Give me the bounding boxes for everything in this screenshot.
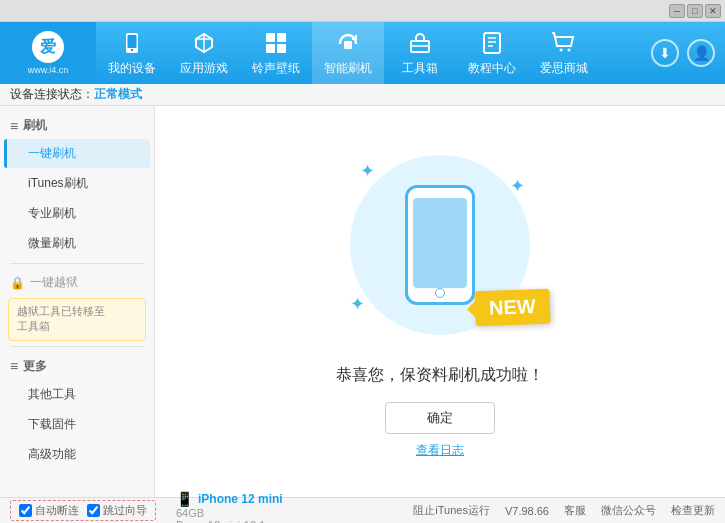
svg-rect-7 xyxy=(266,44,275,53)
nav-label-tutorial: 教程中心 xyxy=(468,60,516,77)
hero-illustration: ✦ ✦ ✦ NEW xyxy=(340,145,540,345)
minimize-button[interactable]: ─ xyxy=(669,4,685,18)
jailbreak-group-header: 🔒 一键越狱 xyxy=(0,269,154,294)
svg-rect-9 xyxy=(344,41,352,49)
svg-point-16 xyxy=(560,49,563,52)
sidebar-item-mini-flash[interactable]: 微量刷机 xyxy=(4,229,150,258)
close-button[interactable]: ✕ xyxy=(705,4,721,18)
auto-disconnect-label[interactable]: 自动断连 xyxy=(19,503,79,518)
status-value: 正常模式 xyxy=(94,86,142,103)
sidebar-divider-2 xyxy=(10,346,144,347)
auto-disconnect-checkbox[interactable] xyxy=(19,504,32,517)
phone-home-button xyxy=(435,288,445,298)
jailbreak-group-label: 一键越狱 xyxy=(30,274,78,291)
itunes-flash-label: iTunes刷机 xyxy=(28,176,88,190)
bottom-left: 自动断连 跳过向导 📱 iPhone 12 mini 64GB Down-12m… xyxy=(10,491,413,524)
nav-item-smart-flash[interactable]: 智能刷机 xyxy=(312,22,384,84)
user-button[interactable]: 👤 xyxy=(687,39,715,67)
nav-items: 我的设备 应用游戏 铃声壁纸 智能刷机 工具箱 xyxy=(96,22,651,84)
nav-right: ⬇ 👤 xyxy=(651,39,715,67)
download-firmware-label: 下载固件 xyxy=(28,417,76,431)
phone-small-icon: 📱 xyxy=(176,491,193,507)
logo-icon: 爱 xyxy=(32,31,64,63)
nav-label-store: 爱思商城 xyxy=(540,60,588,77)
new-badge: NEW xyxy=(475,288,551,326)
svg-rect-6 xyxy=(277,33,286,42)
more-group-label: 更多 xyxy=(23,358,47,375)
my-device-icon xyxy=(118,29,146,57)
confirm-button[interactable]: 确定 xyxy=(385,402,495,434)
skip-wizard-label[interactable]: 跳过向导 xyxy=(87,503,147,518)
tutorial-icon xyxy=(478,29,506,57)
sidebar-item-advanced[interactable]: 高级功能 xyxy=(4,440,150,469)
sparkle-2: ✦ xyxy=(510,175,525,197)
phone-screen xyxy=(413,198,467,288)
bottom-bar: 自动断连 跳过向导 📱 iPhone 12 mini 64GB Down-12m… xyxy=(0,497,725,523)
bottom-right: 阻止iTunes运行 V7.98.66 客服 微信公众号 检查更新 xyxy=(413,503,715,518)
content-area: ✦ ✦ ✦ NEW 恭喜您，保资料刷机成功啦！ 确定 查看日志 xyxy=(155,106,725,497)
lock-icon: 🔒 xyxy=(10,276,25,290)
query-log-link[interactable]: 查看日志 xyxy=(416,442,464,459)
jailbreak-notice-line2: 工具箱 xyxy=(17,320,50,332)
skip-wizard-text: 跳过向导 xyxy=(103,503,147,518)
success-message: 恭喜您，保资料刷机成功啦！ xyxy=(336,365,544,386)
more-group-header: ≡ 更多 xyxy=(0,352,154,379)
nav-label-smart-flash: 智能刷机 xyxy=(324,60,372,77)
status-label: 设备连接状态： xyxy=(10,86,94,103)
service-link[interactable]: 客服 xyxy=(564,503,586,518)
skip-wizard-checkbox[interactable] xyxy=(87,504,100,517)
nav-item-toolbox[interactable]: 工具箱 xyxy=(384,22,456,84)
svg-rect-8 xyxy=(277,44,286,53)
jailbreak-notice-line1: 越狱工具已转移至 xyxy=(17,305,105,317)
nav-label-toolbox: 工具箱 xyxy=(402,60,438,77)
wechat-link[interactable]: 微信公众号 xyxy=(601,503,656,518)
svg-rect-12 xyxy=(484,33,500,53)
device-section: 📱 iPhone 12 mini 64GB Down-12mini-13,1 xyxy=(176,491,283,524)
svg-rect-5 xyxy=(266,33,275,42)
nav-item-ringtone[interactable]: 铃声壁纸 xyxy=(240,22,312,84)
device-name-row: 📱 iPhone 12 mini xyxy=(176,491,283,507)
sparkle-3: ✦ xyxy=(350,293,365,315)
nav-item-app-games[interactable]: 应用游戏 xyxy=(168,22,240,84)
svg-point-2 xyxy=(131,49,133,51)
flash-group-label: 刷机 xyxy=(23,117,47,134)
nav-item-tutorial[interactable]: 教程中心 xyxy=(456,22,528,84)
nav-label-my-device: 我的设备 xyxy=(108,60,156,77)
nav-item-store[interactable]: 爱思商城 xyxy=(528,22,600,84)
download-button[interactable]: ⬇ xyxy=(651,39,679,67)
sidebar-item-one-click-flash[interactable]: 一键刷机 xyxy=(4,139,150,168)
store-icon xyxy=(550,29,578,57)
checkboxes-container: 自动断连 跳过向导 xyxy=(10,500,156,521)
nav-item-my-device[interactable]: 我的设备 xyxy=(96,22,168,84)
header: 爱 www.i4.cn 我的设备 应用游戏 铃声壁纸 智能刷机 xyxy=(0,22,725,84)
other-tools-label: 其他工具 xyxy=(28,387,76,401)
device-name: iPhone 12 mini xyxy=(198,492,283,506)
title-bar: ─ □ ✕ xyxy=(0,0,725,22)
logo-area: 爱 www.i4.cn xyxy=(0,22,96,84)
phone-body xyxy=(405,185,475,305)
sidebar-item-other-tools[interactable]: 其他工具 xyxy=(4,380,150,409)
maximize-button[interactable]: □ xyxy=(687,4,703,18)
pro-flash-label: 专业刷机 xyxy=(28,206,76,220)
auto-disconnect-text: 自动断连 xyxy=(35,503,79,518)
toolbox-icon xyxy=(406,29,434,57)
nav-label-ringtone: 铃声壁纸 xyxy=(252,60,300,77)
sidebar-item-itunes-flash[interactable]: iTunes刷机 xyxy=(4,169,150,198)
update-link[interactable]: 检查更新 xyxy=(671,503,715,518)
more-group-icon: ≡ xyxy=(10,358,18,374)
main-layout: ≡ 刷机 一键刷机 iTunes刷机 专业刷机 微量刷机 🔒 一键越狱 越狱工具… xyxy=(0,106,725,497)
version-text: V7.98.66 xyxy=(505,505,549,517)
sparkle-1: ✦ xyxy=(360,160,375,182)
one-click-flash-label: 一键刷机 xyxy=(28,146,76,160)
ringtone-icon xyxy=(262,29,290,57)
mini-flash-label: 微量刷机 xyxy=(28,236,76,250)
sidebar-item-download-firmware[interactable]: 下载固件 xyxy=(4,410,150,439)
flash-group-icon: ≡ xyxy=(10,118,18,134)
smart-flash-icon xyxy=(334,29,362,57)
sidebar-item-pro-flash[interactable]: 专业刷机 xyxy=(4,199,150,228)
advanced-label: 高级功能 xyxy=(28,447,76,461)
device-model: Down-12mini-13,1 xyxy=(176,519,283,524)
logo-text: www.i4.cn xyxy=(28,65,69,75)
itunes-running-link[interactable]: 阻止iTunes运行 xyxy=(413,503,490,518)
svg-point-17 xyxy=(568,49,571,52)
